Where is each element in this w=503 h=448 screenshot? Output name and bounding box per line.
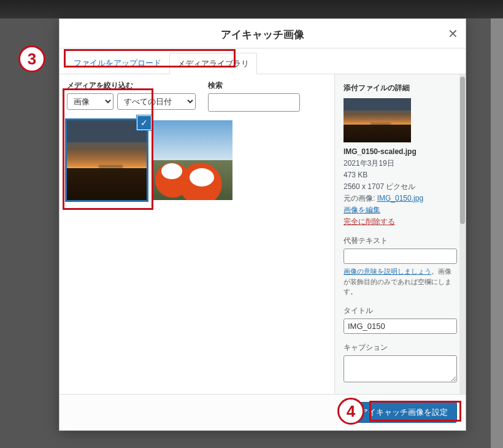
tab-bar: ファイルをアップロード メディアライブラリ — [60, 48, 466, 74]
filter-media: メディアを絞り込む 画像 すべての日付 — [67, 80, 196, 110]
modal-header: アイキャッチ画像 ✕ — [60, 19, 466, 48]
details-heading: 添付ファイルの詳細 — [344, 83, 457, 93]
original-image-link[interactable]: IMG_0150.jpg — [377, 194, 423, 203]
meta-date: 2021年3月19日 — [344, 158, 457, 169]
caption-label: キャプション — [344, 342, 457, 353]
meta-filesize: 473 KB — [344, 169, 457, 180]
media-grid-pane: メディアを絞り込む 画像 すべての日付 検索 — [60, 74, 334, 394]
meta-filename: IMG_0150-scaled.jpg — [344, 146, 457, 157]
search-group: 検索 — [208, 80, 300, 112]
filter-date-select[interactable]: すべての日付 — [117, 93, 196, 110]
modal-title: アイキャッチ画像 — [72, 28, 453, 42]
meta-dimensions: 2560 x 1707 ピクセル — [344, 181, 457, 192]
alt-text-input[interactable] — [344, 249, 457, 264]
title-label: タイトル — [344, 306, 457, 316]
filters-row: メディアを絞り込む 画像 すべての日付 検索 — [67, 80, 327, 112]
thumbnail-grid: ✓ — [67, 120, 327, 200]
alt-text-hint: 画像の意味を説明しましょう。画像が装飾目的のみであれば空欄にします。 — [344, 266, 457, 297]
close-button[interactable]: ✕ — [448, 26, 458, 41]
background-top-bar — [0, 0, 503, 18]
tab-media-library[interactable]: メディアライブラリ — [169, 53, 257, 74]
thumbnail-item-selected[interactable]: ✓ — [67, 120, 147, 200]
sunset-image — [67, 120, 147, 200]
alt-hint-link[interactable]: 画像の意味を説明しましょう — [344, 268, 431, 275]
search-input[interactable] — [208, 93, 300, 112]
filter-media-label: メディアを絞り込む — [67, 80, 196, 91]
caption-field: キャプション — [344, 342, 457, 384]
alt-text-label: 代替テキスト — [344, 236, 457, 246]
search-label: 検索 — [208, 80, 300, 91]
set-featured-image-button[interactable]: アイキャッチ画像を設定 — [351, 402, 457, 423]
filter-type-select[interactable]: 画像 — [67, 93, 113, 110]
attachment-meta: IMG_0150-scaled.jpg 2021年3月19日 473 KB 25… — [344, 146, 457, 227]
meta-original: 元の画像: IMG_0150.jpg — [344, 193, 457, 204]
daruma-image — [153, 120, 232, 200]
background-right-strip — [491, 18, 503, 448]
modal-footer: アイキャッチ画像を設定 — [60, 394, 466, 430]
tab-upload[interactable]: ファイルをアップロード — [66, 52, 169, 74]
attachment-details-pane: 添付ファイルの詳細 IMG_0150-scaled.jpg 2021年3月19日… — [334, 74, 466, 394]
media-modal: アイキャッチ画像 ✕ ファイルをアップロード メディアライブラリ メディアを絞り… — [59, 18, 466, 431]
check-icon[interactable]: ✓ — [137, 115, 152, 130]
title-input[interactable] — [344, 319, 457, 334]
close-icon: ✕ — [448, 27, 458, 41]
delete-image-link[interactable]: 完全に削除する — [344, 217, 395, 226]
sidebar-scrollbar[interactable] — [459, 74, 466, 394]
edit-image-link[interactable]: 画像を編集 — [344, 206, 380, 214]
modal-body: メディアを絞り込む 画像 すべての日付 検索 — [60, 74, 466, 394]
detail-thumbnail — [344, 98, 411, 142]
caption-input[interactable] — [344, 355, 457, 382]
thumbnail-item[interactable] — [153, 120, 232, 200]
title-field: タイトル — [344, 306, 457, 334]
alt-text-field: 代替テキスト 画像の意味を説明しましょう。画像が装飾目的のみであれば空欄にします… — [344, 236, 457, 297]
